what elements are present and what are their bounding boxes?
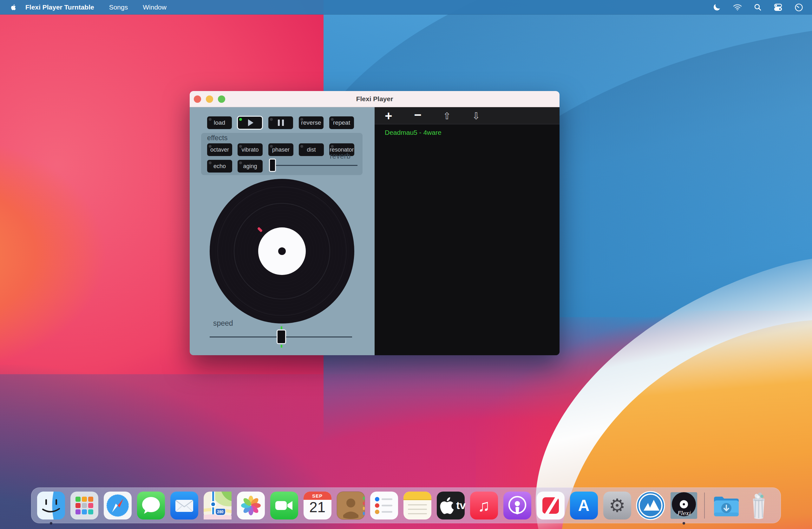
dist-led: [300, 145, 303, 148]
pause-led: [270, 118, 273, 121]
play-icon: [248, 119, 253, 126]
flexi-icon-label: Flexi: [669, 510, 699, 516]
effect-vibrato-button[interactable]: vibrato: [237, 143, 263, 156]
dock-flexi-player-icon[interactable]: Flexi: [669, 490, 699, 521]
music-note-glyph: ♫: [469, 490, 499, 521]
speed-label: speed: [213, 319, 233, 328]
control-center-icon[interactable]: [774, 3, 783, 11]
speed-center-tick: [281, 345, 282, 348]
load-led: [209, 118, 212, 121]
dock-facetime-icon[interactable]: [269, 490, 300, 521]
pause-icon: [278, 120, 284, 126]
move-up-icon[interactable]: ⇧: [440, 107, 454, 124]
dock-safari-icon[interactable]: [102, 490, 133, 521]
dock-app-store-icon[interactable]: A: [569, 490, 599, 521]
search-icon[interactable]: [754, 3, 762, 11]
zoom-button[interactable]: [218, 95, 225, 103]
reverb-label: reverb: [330, 152, 350, 161]
dock-system-preferences-icon[interactable]: ⚙: [602, 490, 633, 521]
playlist-toolbar: + − ⇧ ⇩: [375, 107, 560, 124]
flexi-running-indicator: [683, 522, 685, 525]
effect-aging-button[interactable]: aging: [237, 160, 263, 173]
apple-menu-icon[interactable]: [10, 3, 17, 12]
close-button[interactable]: [194, 95, 201, 103]
moon-icon[interactable]: [713, 3, 721, 11]
playlist-list: Deadmau5 - 4ware: [375, 124, 560, 355]
pause-button[interactable]: [269, 116, 293, 129]
repeat-led: [331, 118, 334, 121]
wifi-icon[interactable]: [733, 4, 742, 11]
dock-maps-icon[interactable]: 280: [202, 490, 233, 521]
calendar-month: SEP: [302, 493, 333, 499]
load-button-label: load: [214, 119, 225, 126]
echo-led: [209, 161, 212, 164]
effects-panel: effects octaver vibrato phaser dist reso…: [201, 133, 363, 175]
play-led: [239, 118, 242, 121]
speed-slider-thumb[interactable]: [277, 329, 286, 344]
repeat-button-label: repeat: [333, 119, 350, 126]
dock-mountain-app-icon[interactable]: [635, 490, 666, 521]
reverse-button-label: reverse: [301, 119, 321, 126]
play-button[interactable]: [237, 116, 262, 129]
dock-reminders-icon[interactable]: [369, 490, 399, 521]
reverse-button[interactable]: reverse: [299, 116, 323, 129]
dock-apple-tv-icon[interactable]: tv: [435, 490, 466, 521]
menu-songs[interactable]: Songs: [109, 3, 128, 11]
effect-dist-button[interactable]: dist: [299, 143, 324, 156]
effect-echo-button[interactable]: echo: [207, 160, 232, 173]
dock-finder-icon[interactable]: [36, 490, 66, 521]
octaver-led: [209, 145, 212, 148]
speed-center-tick: [281, 326, 282, 329]
resonator-led: [331, 145, 334, 148]
load-button[interactable]: load: [207, 116, 232, 129]
playlist-panel: + − ⇧ ⇩ Deadmau5 - 4ware: [375, 107, 560, 355]
finder-running-indicator: [50, 522, 52, 525]
reverb-slider-track[interactable]: [272, 165, 358, 166]
gear-icon: ⚙: [602, 490, 633, 521]
menu-window[interactable]: Window: [143, 3, 166, 11]
dock-podcasts-icon[interactable]: [502, 490, 533, 521]
dock-music-icon[interactable]: ♫: [469, 490, 499, 521]
dock-launchpad-icon[interactable]: [69, 490, 100, 521]
apple-tv-logo: tv: [435, 490, 466, 521]
dock-calendar-icon[interactable]: SEP 21: [302, 490, 333, 521]
dock-divider: [704, 493, 705, 518]
reverse-led: [300, 118, 303, 121]
dock-downloads-icon[interactable]: [710, 490, 741, 521]
remove-song-button[interactable]: −: [411, 107, 425, 124]
app-store-glyph: A: [569, 490, 599, 521]
window-titlebar[interactable]: Flexi Player: [190, 91, 560, 107]
vibrato-led: [239, 145, 242, 148]
move-down-icon[interactable]: ⇩: [469, 107, 483, 124]
add-song-button[interactable]: +: [381, 107, 395, 124]
menubar-app-name[interactable]: Flexi Player Turntable: [25, 3, 94, 11]
dock: 280 SEP 21: [31, 487, 781, 523]
dock-contacts-icon[interactable]: [336, 490, 366, 521]
dock-photos-icon[interactable]: [236, 490, 266, 521]
dock-trash-icon[interactable]: [743, 490, 774, 521]
dock-messages-icon[interactable]: [136, 490, 166, 521]
calendar-day: 21: [302, 499, 333, 516]
vinyl-record[interactable]: [210, 179, 354, 323]
turntable-panel: load reverse repeat effects octaver: [190, 107, 375, 355]
flexi-player-window: Flexi Player load reverse repeat: [190, 91, 560, 355]
phaser-led: [270, 145, 273, 148]
effect-octaver-button[interactable]: octaver: [207, 143, 232, 156]
dock-notes-icon[interactable]: [402, 490, 433, 521]
maps-route-badge: 280: [215, 508, 226, 516]
window-title: Flexi Player: [356, 95, 393, 103]
repeat-button[interactable]: repeat: [329, 116, 354, 129]
dock-mail-icon[interactable]: [169, 490, 200, 521]
aging-led: [239, 161, 242, 164]
dock-news-icon[interactable]: [535, 490, 566, 521]
effect-phaser-button[interactable]: phaser: [269, 143, 293, 156]
playlist-song-row[interactable]: Deadmau5 - 4ware: [385, 129, 560, 136]
effects-label: effects: [207, 134, 228, 142]
clock-icon[interactable]: [795, 3, 803, 12]
minimize-button[interactable]: [206, 95, 213, 103]
record-spindle-hole: [278, 247, 286, 255]
menu-bar: Flexi Player Turntable Songs Window: [0, 0, 812, 15]
reverb-slider-thumb[interactable]: [269, 159, 276, 172]
